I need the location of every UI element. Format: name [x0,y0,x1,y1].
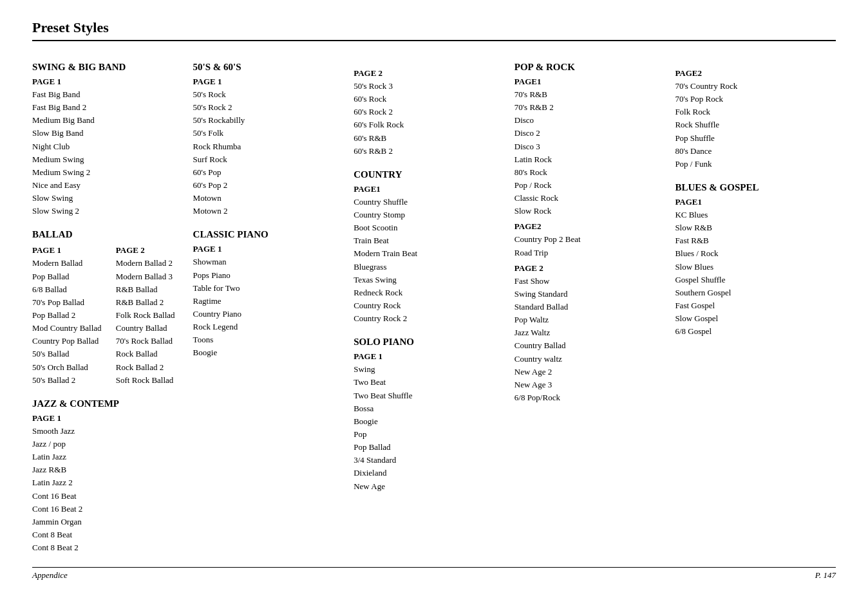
ballad-page1-label: PAGE 1 [32,245,103,256]
solo-piano-page2-block: PAGE 2 Fast Show Swing Standard Standard… [514,263,669,404]
list-item: Cont 16 Beat 2 [32,503,187,516]
jazz-page1-label: PAGE 1 [32,413,187,423]
list-item: 70's Rock Ballad [116,335,187,348]
list-item: Jazz R&B [32,463,187,476]
footer-left: Appendice [32,570,68,581]
classic-piano-section: CLASSIC PIANO PAGE 1 Showman Pops Piano … [193,229,348,359]
jazz-section: JAZZ & CONTEMP PAGE 1 Smooth Jazz Jazz /… [32,398,187,554]
list-item: Dixieland [354,467,508,479]
list-item: Disco [514,114,669,127]
list-item: 6/8 Ballad [32,283,103,296]
list-item: 80's Dance [675,145,829,158]
list-item: Pop Shuffle [675,132,829,145]
col-5: PAGE2 70's Country Rock 70's Pop Rock Fo… [675,50,836,554]
classic-piano-title: CLASSIC PIANO [193,229,348,240]
list-item: 6/8 Pop/Rock [514,391,669,404]
list-item: Swing [354,363,508,376]
ballad-section: BALLAD PAGE 1 Modern Ballad Pop Ballad 6… [32,229,187,386]
list-item: Rock Rhumba [193,140,348,153]
list-item: 60's Pop [193,166,348,179]
list-item: Jazz Waltz [514,326,669,339]
blues-gospel-section: BLUES & GOSPEL PAGE1 KC Blues Slow R&B F… [675,182,829,338]
ballad-page2-label: PAGE 2 [116,245,187,256]
list-item: Medium Big Band [32,114,187,127]
fifties-page2-label: PAGE 2 [354,68,508,79]
jazz-title: JAZZ & CONTEMP [32,398,187,409]
list-item: Pop Waltz [514,313,669,326]
country-page1-label: PAGE1 [354,184,508,194]
pop-rock-page1-list: 70's R&B 70's R&B 2 Disco Disco 2 Disco … [514,88,669,218]
pop-rock-page2-list: 70's Country Rock 70's Pop Rock Folk Roc… [675,80,829,171]
list-item: Nice and Easy [32,179,187,192]
pop-rock-page1-label: PAGE1 [514,77,669,87]
list-item: Motown 2 [193,205,348,218]
solo-piano-title: SOLO PIANO [354,337,508,348]
col-1: SWING & BIG BAND PAGE 1 Fast Big Band Fa… [32,50,193,554]
list-item: Folk Rock Ballad [116,309,187,322]
country-page2-label: PAGE2 [514,221,669,232]
list-item: Disco 3 [514,140,669,153]
list-item: Pop [354,428,508,441]
list-item: Swing Standard [514,288,669,301]
list-item: Night Club [32,140,187,153]
solo-piano-page2-list: Fast Show Swing Standard Standard Ballad… [514,275,669,404]
fifties-page1-list: 50's Rock 50's Rock 2 50's Rockabilly 50… [193,88,348,218]
list-item: R&B Ballad 2 [116,296,187,309]
solo-piano-page1-label: PAGE 1 [354,351,508,362]
pop-rock-section: POP & ROCK PAGE1 70's R&B 70's R&B 2 Dis… [514,62,669,218]
list-item: Pop Ballad 2 [32,309,103,322]
col-4: POP & ROCK PAGE1 70's R&B 70's R&B 2 Dis… [514,50,675,554]
list-item: 60's R&B [354,132,508,145]
list-item: Jazz / pop [32,438,187,451]
list-item: Country Ballad [116,322,187,335]
list-item: Modern Ballad [32,257,103,270]
list-item: 50's Rockabilly [193,114,348,127]
list-item: Boot Scootin [354,221,508,234]
list-item: 6/8 Gospel [675,325,829,338]
list-item: Medium Swing 2 [32,166,187,179]
list-item: Cont 8 Beat [32,528,187,541]
list-item: Rock Shuffle [675,118,829,131]
list-item: Slow Rock [514,205,669,218]
list-item: Train Beat [354,234,508,247]
list-item: Country Shuffle [354,196,508,209]
list-item: Rock Ballad 2 [116,361,187,374]
pop-rock-page2-label: PAGE2 [675,68,829,79]
swing-title: SWING & BIG BAND [32,62,187,73]
list-item: Mod Country Ballad [32,322,103,335]
list-item: Slow Swing [32,192,187,205]
list-item: Latin Jazz [32,451,187,463]
list-item: 60's Pop 2 [193,179,348,192]
list-item: 70's R&B [514,88,669,101]
list-item: 3/4 Standard [354,454,508,467]
list-item: 70's Pop Rock [675,93,829,106]
solo-piano-page1-list: Swing Two Beat Two Beat Shuffle Bossa Bo… [354,363,508,492]
list-item: 70's R&B 2 [514,101,669,114]
list-item: 50's Rock [193,88,348,101]
list-item: Pops Piano [193,269,348,282]
list-item: Bossa [354,402,508,415]
list-item: Modern Train Beat [354,247,508,260]
list-item: Pop / Funk [675,158,829,171]
list-item: Rock Legend [193,321,348,333]
list-item: Folk Rock [675,106,829,118]
list-item: Slow Blues [675,261,829,274]
list-item: Smooth Jazz [32,425,187,438]
footer: Appendice P. 147 [32,567,836,581]
swing-page1-label: PAGE 1 [32,77,187,87]
list-item: Country Pop 2 Beat [514,233,669,246]
list-item: Pop Ballad [354,441,508,454]
ballad-page2: PAGE 2 Modern Ballad 2 Modern Ballad 3 R… [116,241,187,386]
list-item: 60's R&B 2 [354,145,508,158]
list-item: 60's Rock 2 [354,106,508,118]
list-item: Country Rock [354,299,508,312]
list-item: 70's Country Rock [675,80,829,93]
list-item: Slow Swing 2 [32,205,187,218]
pop-rock-page2-block: PAGE2 70's Country Rock 70's Pop Rock Fo… [675,50,829,171]
ballad-page1-list: Modern Ballad Pop Ballad 6/8 Ballad 70's… [32,257,103,386]
list-item: 60's Rock [354,93,508,106]
blues-gospel-page1-list: KC Blues Slow R&B Fast R&B Blues / Rock … [675,209,829,338]
swing-page1-list: Fast Big Band Fast Big Band 2 Medium Big… [32,88,187,218]
list-item: 60's Folk Rock [354,118,508,131]
list-item: Surf Rock [193,153,348,166]
